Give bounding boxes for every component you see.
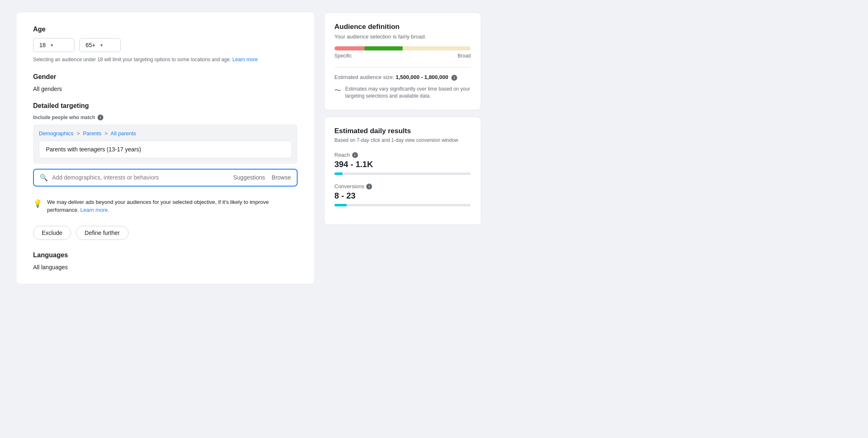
notice-box: 💡 We may deliver ads beyond your audienc…: [33, 193, 298, 219]
left-panel: Age 18 ▼ 65+ ▼ Selecting an audience und…: [17, 12, 314, 284]
meter-broad-label: Broad: [458, 53, 471, 59]
audience-definition-subtitle: Your audience selection is fairly broad.: [334, 34, 471, 40]
reach-label: Reach i: [334, 152, 471, 158]
breadcrumb-all-parents[interactable]: All parents: [111, 130, 136, 136]
age-notice: Selecting an audience under 18 will limi…: [33, 56, 298, 63]
meter-specific-label: Specific: [334, 53, 352, 59]
breadcrumb-demographics[interactable]: Demographics: [39, 130, 74, 136]
age-max-value: 65+: [86, 42, 95, 48]
search-icon: 🔍: [40, 174, 48, 182]
reach-info-icon[interactable]: i: [352, 152, 358, 158]
search-box: 🔍 Suggestions Browse: [33, 169, 298, 187]
age-title: Age: [33, 26, 298, 33]
meter-yellow: [403, 46, 471, 50]
breadcrumb-parents[interactable]: Parents: [83, 130, 102, 136]
age-learn-more-link[interactable]: Learn more: [232, 57, 258, 62]
conversions-progress-bar: [334, 204, 471, 206]
detailed-targeting-title: Detailed targeting: [33, 102, 298, 110]
bulb-icon: 💡: [33, 199, 42, 208]
daily-results-subtitle: Based on 7-day click and 1-day view conv…: [334, 137, 471, 144]
age-max-dropdown[interactable]: 65+ ▼: [79, 38, 121, 52]
age-min-value: 18: [39, 42, 46, 48]
estimates-note: 〜 Estimates may vary significantly over …: [334, 86, 471, 100]
include-info-icon[interactable]: i: [98, 115, 103, 120]
include-label: Include people who match i: [33, 115, 298, 120]
notice-text: We may deliver ads beyond your audiences…: [47, 198, 298, 214]
browse-link[interactable]: Browse: [272, 174, 291, 181]
conversions-progress-fill: [334, 204, 347, 206]
age-max-arrow-icon: ▼: [100, 43, 104, 48]
targeting-box: Demographics > Parents > All parents Par…: [33, 124, 298, 164]
conversions-value: 8 - 23: [334, 191, 471, 201]
define-further-button[interactable]: Define further: [76, 226, 129, 240]
action-buttons: Exclude Define further: [33, 226, 298, 240]
audience-size-value: 1,500,000 - 1,800,000: [396, 74, 448, 80]
languages-title: Languages: [33, 251, 298, 259]
audience-definition-card: Audience definition Your audience select…: [324, 12, 481, 110]
target-item: Parents with teenagers (13-17 years): [39, 141, 292, 158]
exclude-button[interactable]: Exclude: [33, 226, 71, 240]
meter-red: [334, 46, 365, 50]
meter-green: [365, 46, 403, 50]
graph-icon: 〜: [334, 86, 341, 95]
gender-title: Gender: [33, 73, 298, 81]
reach-value: 394 - 1.1K: [334, 160, 471, 169]
audience-definition-title: Audience definition: [334, 23, 471, 31]
search-input[interactable]: [52, 174, 229, 181]
reach-progress-bar: [334, 172, 471, 175]
daily-results-title: Estimated daily results: [334, 127, 471, 135]
reach-progress-fill: [334, 172, 343, 175]
conversions-info-icon[interactable]: i: [366, 184, 372, 189]
audience-meter: [334, 46, 471, 50]
breadcrumb-sep1: >: [76, 130, 80, 136]
right-panel: Audience definition Your audience select…: [324, 12, 481, 225]
languages-value: All languages: [33, 264, 298, 270]
gender-value: All genders: [33, 86, 298, 92]
search-actions: Suggestions Browse: [233, 174, 291, 181]
audience-size-info-icon[interactable]: i: [451, 75, 457, 81]
age-dropdowns: 18 ▼ 65+ ▼: [33, 38, 298, 52]
breadcrumb-sep2: >: [105, 130, 108, 136]
card-divider: [334, 67, 471, 67]
age-min-arrow-icon: ▼: [50, 43, 54, 48]
notice-learn-more-link[interactable]: Learn more.: [80, 207, 109, 213]
daily-results-card: Estimated daily results Based on 7-day c…: [324, 117, 481, 225]
audience-size: Estimated audience size: 1,500,000 - 1,8…: [334, 74, 471, 81]
suggestions-link[interactable]: Suggestions: [233, 174, 265, 181]
meter-labels: Specific Broad: [334, 53, 471, 59]
conversions-label: Conversions i: [334, 183, 471, 189]
age-min-dropdown[interactable]: 18 ▼: [33, 38, 74, 52]
breadcrumb: Demographics > Parents > All parents: [39, 130, 292, 136]
